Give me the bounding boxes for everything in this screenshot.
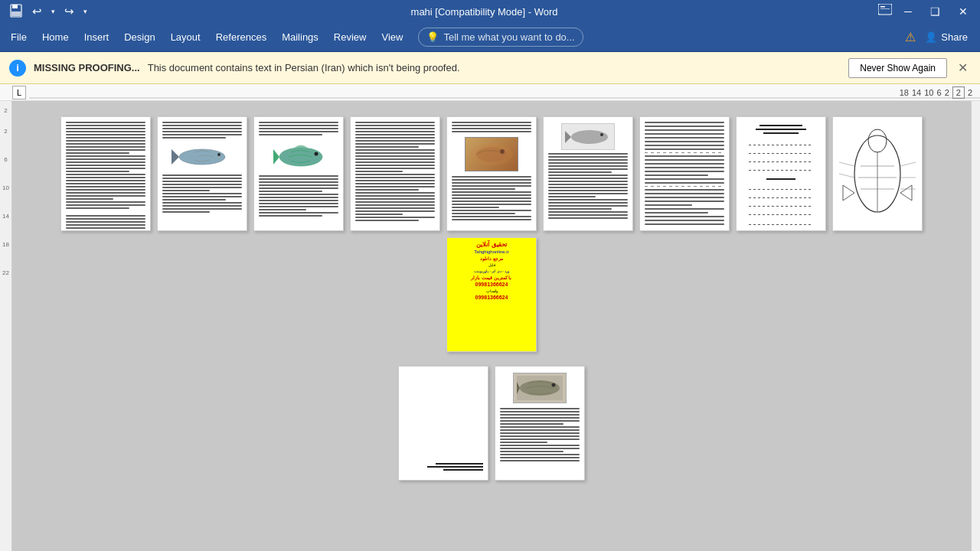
page-box: 2 <box>952 86 965 99</box>
svg-line-26 <box>900 162 916 166</box>
svg-rect-5 <box>880 8 890 9</box>
svg-rect-1 <box>12 5 18 8</box>
svg-rect-4 <box>880 6 885 8</box>
menu-layout[interactable]: Layout <box>163 27 208 47</box>
page-thumbnail-8[interactable] <box>736 116 826 231</box>
tell-me-input[interactable]: 💡 Tell me what you want to do... <box>418 28 583 47</box>
fish-image-2 <box>272 140 325 171</box>
maximize-button[interactable]: ❑ <box>924 4 946 19</box>
svg-line-30 <box>839 174 854 178</box>
menu-file[interactable]: File <box>3 27 34 47</box>
info-icon: i <box>9 60 26 77</box>
tab-stop-selector[interactable]: L <box>12 86 26 99</box>
left-ruler-numbers: 2 2 6 10 14 18 22 <box>0 107 11 276</box>
menu-view[interactable]: View <box>374 27 410 47</box>
page-thumbnail-12[interactable] <box>495 366 585 481</box>
page-numbers-indicator: 18 14 10 6 2 2 2 <box>900 86 972 99</box>
menu-design[interactable]: Design <box>116 27 162 47</box>
menu-bar: File Home Insert Design Layout Reference… <box>0 23 980 52</box>
svg-point-21 <box>868 129 887 152</box>
page-thumbnail-10[interactable]: تحقیق آنلاین Tahghighonline.ir مرجع دانل… <box>446 237 537 352</box>
save-button[interactable] <box>6 2 26 21</box>
svg-point-32 <box>520 380 560 396</box>
undo-button[interactable]: ↩ <box>29 3 45 20</box>
lightbulb-icon: 💡 <box>426 31 439 43</box>
notification-bar: i MISSING PROOFING... This document cont… <box>0 52 980 84</box>
notification-close-button[interactable]: ✕ <box>955 57 971 78</box>
help-icon[interactable] <box>878 4 892 20</box>
page-thumbnail-5[interactable] <box>446 116 537 231</box>
title-bar: ↩ ▾ ↪ ▾ mahi [Compatibility Mode] - Word… <box>0 0 980 23</box>
window-controls: ─ ❑ ✕ <box>878 4 974 20</box>
page-thumbnail-11[interactable] <box>398 366 488 481</box>
svg-point-17 <box>571 130 608 144</box>
close-button[interactable]: ✕ <box>952 4 974 19</box>
svg-point-34 <box>552 383 556 387</box>
undo-dropdown[interactable]: ▾ <box>48 6 58 17</box>
menu-review[interactable]: Review <box>326 27 374 47</box>
quick-access-more[interactable]: ▾ <box>80 6 90 17</box>
left-ruler: 2 2 6 10 14 18 22 <box>0 101 12 551</box>
page-thumbnail-1[interactable] <box>60 116 151 231</box>
page-thumbnail-2[interactable] <box>157 116 247 231</box>
fish-closeup-image <box>469 141 514 168</box>
svg-point-10 <box>217 153 220 156</box>
menu-references[interactable]: References <box>208 27 274 47</box>
vertical-scrollbar[interactable] <box>971 101 980 551</box>
ruler-ticks <box>29 84 980 100</box>
menu-mailings[interactable]: Mailings <box>274 27 326 47</box>
pages-row-2 <box>398 366 585 481</box>
svg-point-16 <box>500 149 505 154</box>
notification-title: MISSING PROOFING... <box>34 62 140 73</box>
svg-point-19 <box>600 133 603 136</box>
tab-marker: L <box>17 88 21 97</box>
page-thumbnail-9[interactable] <box>832 116 923 231</box>
page-thumbnail-4[interactable] <box>350 116 440 231</box>
fish-photo <box>517 376 563 400</box>
svg-line-29 <box>839 162 854 166</box>
fish-image-3 <box>565 126 611 148</box>
redo-button[interactable]: ↪ <box>61 3 77 20</box>
svg-rect-2 <box>11 11 21 16</box>
document-area[interactable]: تحقیق آنلاین Tahghighonline.ir مرجع دانل… <box>12 101 971 551</box>
main-area: 2 2 6 10 14 18 22 <box>0 101 980 551</box>
svg-marker-9 <box>172 149 179 165</box>
person-icon: 👤 <box>925 31 937 43</box>
svg-marker-12 <box>273 149 279 165</box>
page-thumbnail-6[interactable] <box>543 116 633 231</box>
menu-insert[interactable]: Insert <box>77 27 117 47</box>
never-show-again-button[interactable]: Never Show Again <box>848 58 947 78</box>
fish-diagram <box>839 124 916 223</box>
quick-access-toolbar: ↩ ▾ ↪ ▾ <box>6 2 90 21</box>
notification-message: This document contains text in Persian (… <box>148 62 841 73</box>
fish-image-1 <box>172 143 233 170</box>
page-thumbnail-3[interactable] <box>253 116 344 231</box>
minimize-button[interactable]: ─ <box>898 4 918 19</box>
share-label: Share <box>941 31 968 43</box>
menu-home[interactable]: Home <box>34 27 77 47</box>
svg-point-13 <box>315 152 318 156</box>
window-title: mahi [Compatibility Mode] - Word <box>90 6 878 18</box>
page-thumbnail-7[interactable] <box>639 116 730 231</box>
svg-marker-18 <box>565 131 571 143</box>
ruler: L 18 14 10 6 2 2 2 <box>0 84 980 101</box>
share-button[interactable]: 👤 Share <box>916 28 977 46</box>
pages-row-1: تحقیق آنلاین Tahghighonline.ir مرجع دانل… <box>28 109 956 360</box>
tell-me-text: Tell me what you want to do... <box>443 31 574 43</box>
svg-point-8 <box>179 149 225 165</box>
warning-icon: ⚠ <box>905 30 916 44</box>
